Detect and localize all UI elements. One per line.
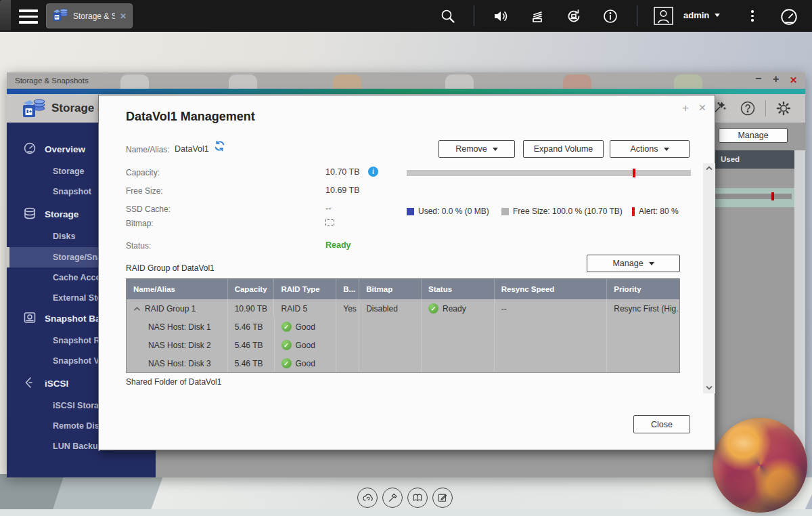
collapse-chevron-icon[interactable] xyxy=(133,304,141,314)
capacity-usage-bar xyxy=(407,170,691,176)
background-tasks-icon[interactable] xyxy=(530,8,546,24)
taskbar: Storage & Sna... ✕ admin xyxy=(0,0,812,32)
header-divider xyxy=(765,100,766,116)
used-column-header: Used xyxy=(721,155,740,163)
dialog-scrollbar[interactable] xyxy=(703,163,715,393)
free-size-label: Free Size: xyxy=(126,186,163,196)
window-titlebar[interactable]: Storage & Snapshots − + ✕ xyxy=(7,72,805,89)
free-size-value: 10.69 TB xyxy=(325,186,360,195)
settings-gear-icon[interactable] xyxy=(775,100,792,119)
taskbar-divider xyxy=(474,5,474,26)
capacity-value: 10.70 TB xyxy=(325,167,360,177)
taskbar-tab-storage-snapshots[interactable]: Storage & Sna... ✕ xyxy=(46,3,133,28)
feedback-compose-icon[interactable] xyxy=(432,488,453,508)
good-check-icon: ✓ xyxy=(281,340,292,350)
ssd-cache-value: -- xyxy=(325,204,331,213)
usage-alert-tick xyxy=(771,192,774,200)
raid-group-table: Name/Alias Capacity RAID Type B... Bitma… xyxy=(126,278,680,373)
dialog-detach-icon[interactable]: + xyxy=(682,102,689,115)
col-bitmap: Bitmap xyxy=(359,279,422,299)
desktop: Storage & Sna... ✕ admin xyxy=(0,0,812,516)
legend-used: Used: 0.0 % (0 MB) xyxy=(407,207,489,216)
col-resync-speed: Resync Speed xyxy=(495,279,608,299)
shared-folder-section-label: Shared Folder of DataVol1 xyxy=(126,377,221,387)
chevron-down-icon xyxy=(715,14,720,17)
qnap-sphere-logo xyxy=(713,418,807,513)
datavol1-management-dialog: DataVol1 Management + ✕ Name/Alias: Data… xyxy=(98,95,715,450)
desktop-dock xyxy=(357,488,453,511)
chevron-down-icon xyxy=(664,148,669,151)
expand-volume-button[interactable]: Expand Volume xyxy=(523,140,604,158)
volume-icon[interactable] xyxy=(493,8,509,24)
sync-devices-icon[interactable] xyxy=(566,8,582,24)
window-close-button[interactable]: ✕ xyxy=(790,74,797,85)
table-header-row: Name/Alias Capacity RAID Type B... Bitma… xyxy=(127,279,679,299)
manual-book-icon[interactable] xyxy=(407,488,428,508)
user-avatar[interactable] xyxy=(654,7,673,25)
dialog-title: DataVol1 Management xyxy=(126,110,255,124)
raid-group-section-label: RAID Group of DataVol1 xyxy=(126,263,215,273)
gauge-icon xyxy=(23,142,37,157)
legend-alert: Alert: 80 % xyxy=(632,207,679,216)
name-alias-value: DataVol1 xyxy=(175,144,209,154)
search-icon[interactable] xyxy=(440,8,456,24)
good-check-icon: ✓ xyxy=(281,358,292,368)
name-alias-label: Name/Alias: xyxy=(126,145,170,154)
remove-button[interactable]: Remove xyxy=(438,140,515,158)
actions-button[interactable]: Actions xyxy=(610,140,690,158)
usage-bar xyxy=(715,194,792,199)
main-menu-icon[interactable] xyxy=(19,9,38,27)
bitmap-label: Bitmap: xyxy=(126,219,154,228)
capacity-alert-threshold-tick xyxy=(633,169,635,177)
col-priority: Priority xyxy=(607,279,679,299)
camera-icon xyxy=(23,311,37,326)
more-options-icon[interactable] xyxy=(748,8,757,24)
ssd-cache-label: SSD Cache: xyxy=(126,205,171,214)
user-menu[interactable]: admin xyxy=(683,10,720,20)
bitmap-disabled-icon xyxy=(325,219,334,226)
help-icon[interactable] xyxy=(740,100,756,119)
col-b: B... xyxy=(336,279,359,299)
table-row-raid-group[interactable]: RAID Group 1 10.90 TB RAID 5 Yes Disable… xyxy=(127,299,679,318)
col-capacity: Capacity xyxy=(228,279,275,299)
legend-used-swatch xyxy=(407,208,414,215)
taskbar-tab-label: Storage & Sna... xyxy=(73,12,115,21)
col-name-alias: Name/Alias xyxy=(127,279,228,299)
chevron-down-icon xyxy=(649,262,654,265)
ready-check-icon: ✓ xyxy=(428,303,438,314)
raid-manage-button[interactable]: Manage xyxy=(587,255,680,272)
background-manage-button[interactable]: Manage xyxy=(719,128,788,143)
storage-app-icon xyxy=(52,7,68,25)
list-scrollbar[interactable] xyxy=(794,150,805,477)
legend-alert-swatch xyxy=(632,207,635,216)
close-button[interactable]: Close xyxy=(633,415,690,433)
table-row-disk-1[interactable]: NAS Host: Disk 1 5.46 TB ✓Good xyxy=(127,318,679,336)
capacity-info-icon[interactable]: i xyxy=(368,167,378,177)
status-label: Status: xyxy=(126,241,151,251)
iscsi-icon xyxy=(23,376,37,391)
window-maximize-button[interactable]: + xyxy=(773,73,779,85)
notifications-info-icon[interactable] xyxy=(602,8,618,24)
tab-close-icon[interactable]: ✕ xyxy=(120,12,127,21)
myqnapcloud-icon[interactable] xyxy=(357,488,378,508)
window-accent-bar xyxy=(7,89,805,94)
good-check-icon: ✓ xyxy=(281,322,292,332)
table-row-disk-2[interactable]: NAS Host: Disk 2 5.46 TB ✓Good xyxy=(127,336,679,354)
taskbar-corner xyxy=(0,0,11,30)
col-raid-type: RAID Type xyxy=(274,279,336,299)
storage-app-icon xyxy=(22,98,46,122)
legend-free-swatch xyxy=(501,208,509,215)
database-icon xyxy=(23,207,37,222)
dialog-close-icon[interactable]: ✕ xyxy=(698,102,706,113)
username-label: admin xyxy=(683,10,709,20)
col-status: Status xyxy=(422,279,495,299)
table-row-disk-3[interactable]: NAS Host: Disk 3 5.46 TB ✓Good xyxy=(127,354,679,372)
legend-free: Free Size: 100.0 % (10.70 TB) xyxy=(501,207,623,216)
scroll-down-icon xyxy=(706,385,713,390)
status-value: Ready xyxy=(325,240,351,250)
window-minimize-button[interactable]: − xyxy=(755,72,761,85)
taskbar-divider xyxy=(637,5,637,26)
dashboard-gauge-icon[interactable] xyxy=(780,8,798,26)
rename-refresh-icon[interactable] xyxy=(214,140,225,154)
utilities-hammer-icon[interactable] xyxy=(382,488,403,508)
